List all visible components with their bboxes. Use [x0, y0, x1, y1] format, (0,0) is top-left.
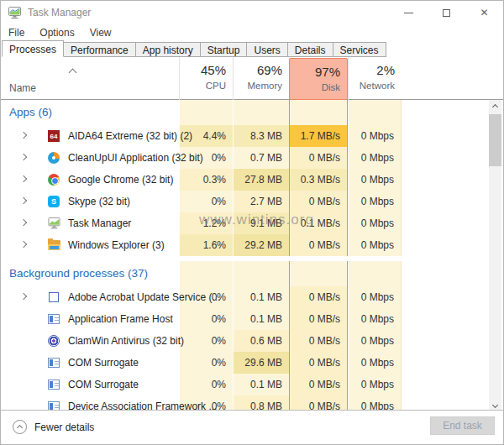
disk-cell: 0 MB/s — [289, 330, 348, 352]
column-cpu[interactable]: 45% CPU — [179, 57, 233, 100]
process-name: Application Frame Host — [68, 313, 173, 325]
memory-cell: 0.1 MB — [233, 286, 289, 308]
cpu-cell: 0% — [179, 330, 233, 352]
cpu-label: CPU — [180, 79, 226, 92]
disk-total: 97% — [290, 64, 340, 81]
cleanupui-icon — [47, 151, 60, 165]
end-task-button[interactable]: End task — [430, 416, 495, 435]
close-button[interactable]: ✕ — [465, 1, 503, 24]
disk-cell: 0 MB/s — [289, 308, 348, 330]
chrome-icon — [47, 173, 60, 186]
network-cell: 0 Mbps — [348, 125, 402, 147]
network-total: 2% — [349, 62, 395, 79]
process-row[interactable]: 0%0.1 MB0 MB/s0 MbpsApplication Frame Ho… — [1, 308, 491, 330]
disk-cell: 0 MB/s — [289, 234, 348, 256]
menu-options[interactable]: Options — [39, 27, 74, 39]
disk-cell: 0 MB/s — [289, 374, 348, 395]
network-cell — [348, 100, 402, 125]
scrollbar[interactable] — [489, 100, 501, 411]
process-row[interactable]: 0%0.7 MB0 MB/s0 MbpsCleanUpUI Applicatio… — [1, 147, 491, 169]
tab-bar: ProcessesPerformanceApp historyStartupUs… — [2, 40, 503, 57]
app-window-icon — [47, 356, 60, 369]
process-row[interactable]: 1.2%9.1 MB0.1 MB/s0 MbpsTask Manager — [1, 212, 491, 234]
section-label: Background processes (37) — [9, 267, 148, 280]
cpu-cell — [179, 100, 233, 125]
process-name: COM Surrogate — [68, 357, 139, 369]
maximize-button[interactable] — [428, 1, 465, 24]
tab-details[interactable]: Details — [288, 42, 333, 57]
menu-bar: File Options View — [1, 24, 503, 40]
disk-cell: 0.3 MB/s — [289, 169, 348, 191]
process-name: ClamWin Antivirus (32 bit) — [68, 335, 184, 347]
expand-chevron-icon[interactable] — [20, 293, 27, 300]
menu-view[interactable]: View — [90, 27, 112, 39]
process-row[interactable]: 1.6%29.2 MB0 MB/s0 MbpsWindows Explorer … — [1, 234, 491, 256]
process-row[interactable]: 4.4%8.3 MB1.7 MB/s0 Mbps64AIDA64 Extreme… — [1, 125, 491, 147]
process-name: Google Chrome (32 bit) — [68, 174, 173, 186]
skype-icon: S — [47, 195, 60, 208]
process-name: Skype (32 bit) — [68, 196, 130, 207]
cpu-cell: 0% — [179, 374, 233, 395]
network-cell: 0 Mbps — [348, 352, 402, 374]
process-row[interactable]: 0%0.1 MB0 MB/s0 MbpsAdobe Acrobat Update… — [1, 286, 491, 308]
memory-total: 69% — [234, 62, 282, 79]
fewer-details-toggle[interactable]: Fewer details — [13, 420, 94, 434]
expand-chevron-icon[interactable] — [20, 219, 27, 226]
cpu-cell: 1.6% — [179, 234, 233, 256]
expand-chevron-icon[interactable] — [20, 241, 27, 248]
scrollbar-thumb[interactable] — [489, 114, 501, 166]
process-row[interactable]: 0%2.7 MB0 MB/s0 MbpsSSkype (32 bit) — [1, 191, 491, 212]
menu-file[interactable]: File — [8, 27, 24, 39]
expand-chevron-icon[interactable] — [20, 175, 27, 182]
section-header: Apps (6) — [1, 100, 491, 125]
process-row[interactable]: 0%0.6 MB0 MB/s0 MbpsClamWin Antivirus (3… — [1, 330, 491, 352]
expand-chevron-icon[interactable] — [20, 197, 27, 204]
disk-cell — [289, 100, 348, 125]
memory-cell: 0.1 MB — [233, 374, 289, 395]
disk-cell: 0 MB/s — [289, 191, 348, 212]
footer-bar: Fewer details End task — [1, 410, 503, 444]
cpu-cell: 1.2% — [179, 212, 233, 234]
column-name[interactable]: Name — [9, 82, 36, 94]
process-name: Task Manager — [68, 217, 131, 229]
memory-cell: 0.6 MB — [233, 330, 289, 352]
task-manager-icon — [47, 217, 60, 230]
folder-icon — [47, 238, 60, 252]
process-row[interactable]: 0%29.6 MB0 MB/s0 MbpsCOM Surrogate — [1, 352, 491, 374]
tab-app-history[interactable]: App history — [136, 42, 201, 57]
network-cell: 0 Mbps — [348, 234, 402, 256]
network-label: Network — [349, 79, 395, 92]
column-disk[interactable]: 97% Disk — [289, 58, 348, 100]
disk-cell: 0 MB/s — [289, 286, 348, 308]
memory-cell: 0.1 MB — [233, 308, 289, 330]
column-network[interactable]: 2% Network — [348, 57, 402, 100]
cpu-total: 45% — [180, 62, 226, 79]
tab-services[interactable]: Services — [333, 42, 386, 57]
memory-cell — [233, 100, 289, 125]
column-header: Name 45% CPU 69% Memory 97% Disk 2% Netw… — [1, 57, 503, 100]
chevron-up-icon — [492, 103, 498, 109]
tab-processes[interactable]: Processes — [2, 40, 64, 57]
expand-chevron-icon[interactable] — [20, 132, 27, 139]
maximize-icon — [443, 9, 450, 17]
tab-performance[interactable]: Performance — [64, 42, 136, 57]
process-row[interactable]: 0.3%27.8 MB0.3 MB/s0 MbpsGoogle Chrome (… — [1, 169, 491, 191]
column-memory[interactable]: 69% Memory — [233, 57, 289, 100]
minimize-button[interactable] — [390, 1, 428, 24]
memory-cell: 29.2 MB — [233, 234, 289, 256]
scroll-up-button[interactable] — [489, 100, 501, 113]
task-manager-icon — [8, 7, 21, 19]
process-row[interactable]: 0%0.1 MB0 MB/s0 MbpsCOM Surrogate — [1, 374, 491, 395]
cpu-cell: 0% — [179, 352, 233, 374]
process-name: Adobe Acrobat Update Service (... — [68, 291, 220, 303]
network-cell: 0 Mbps — [348, 330, 402, 352]
tab-users[interactable]: Users — [247, 42, 287, 57]
app-window-icon — [47, 312, 60, 326]
window-title: Task Manager — [28, 7, 91, 18]
app-window-icon — [47, 378, 60, 391]
expand-chevron-icon[interactable] — [20, 154, 27, 160]
cpu-cell: 0% — [179, 308, 233, 330]
section-label: Apps (6) — [9, 106, 52, 118]
title-bar: Task Manager ✕ — [1, 1, 503, 24]
tab-startup[interactable]: Startup — [201, 42, 248, 57]
